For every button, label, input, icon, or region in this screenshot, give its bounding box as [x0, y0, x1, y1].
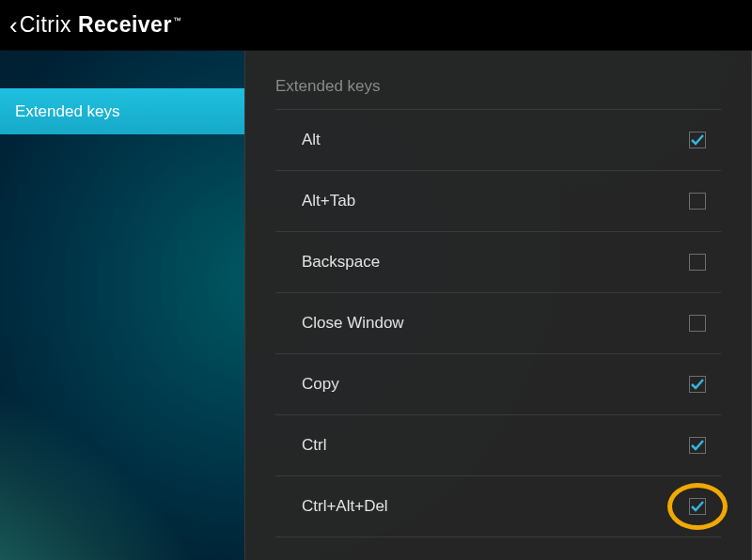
- setting-row[interactable]: Alt: [275, 110, 721, 171]
- settings-panel: Extended keys AltAlt+TabBackspaceClose W…: [244, 51, 752, 560]
- trademark: ™: [173, 16, 182, 25]
- section-header: Extended keys: [275, 51, 721, 110]
- setting-row[interactable]: Backspace: [275, 232, 721, 293]
- brand-light: Citrix: [20, 12, 78, 37]
- setting-label: Alt+Tab: [302, 192, 355, 210]
- setting-label: Copy: [302, 375, 339, 394]
- setting-row[interactable]: Ctrl: [275, 415, 721, 476]
- checkbox[interactable]: [689, 376, 706, 393]
- setting-label: Alt: [302, 131, 321, 149]
- top-bar: ‹ Citrix Receiver™: [0, 0, 752, 51]
- sidebar-item-label: Extended keys: [15, 102, 120, 121]
- setting-row[interactable]: Ctrl+Alt+Del: [275, 476, 721, 537]
- setting-label: Close Window: [302, 314, 404, 333]
- checkbox[interactable]: [689, 437, 706, 454]
- back-icon[interactable]: ‹: [9, 13, 18, 38]
- setting-label: Backspace: [302, 253, 380, 272]
- checkbox[interactable]: [689, 132, 706, 148]
- content-area: Extended keys Extended keys AltAlt+TabBa…: [0, 51, 752, 560]
- checkbox[interactable]: [689, 193, 706, 210]
- checkbox[interactable]: [689, 254, 706, 271]
- setting-row[interactable]: Alt+Tab: [275, 171, 721, 232]
- setting-label: Ctrl: [302, 436, 326, 455]
- sidebar-spacer: [0, 51, 244, 88]
- sidebar: Extended keys: [0, 51, 244, 560]
- checkbox[interactable]: [689, 498, 706, 515]
- checkbox[interactable]: [689, 315, 706, 332]
- setting-row[interactable]: Close Window: [275, 293, 721, 354]
- setting-label: Ctrl+Alt+Del: [302, 497, 388, 516]
- brand-heavy: Receiver: [78, 12, 172, 37]
- app-title: Citrix Receiver™: [20, 12, 182, 38]
- setting-row[interactable]: Copy: [275, 354, 721, 415]
- sidebar-item-extended-keys[interactable]: Extended keys: [0, 88, 244, 134]
